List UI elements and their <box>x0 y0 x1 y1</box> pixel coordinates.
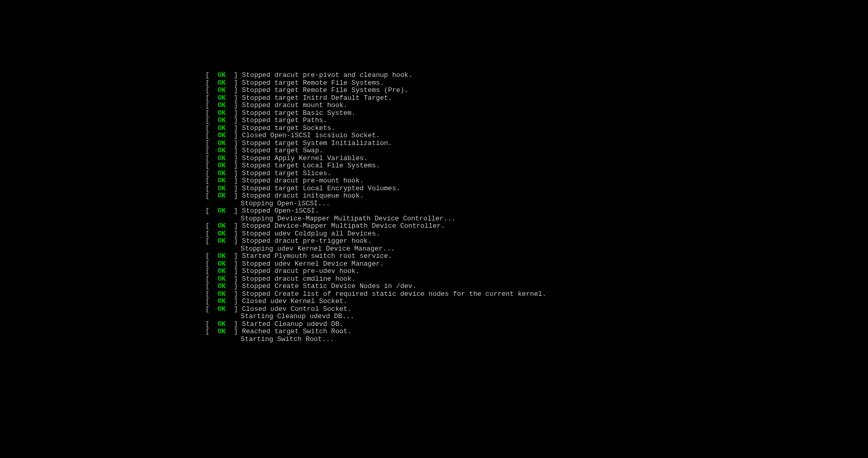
bracket-open: [ <box>205 297 217 305</box>
boot-log-line: [ OK ] Closed udev Kernel Socket. <box>205 298 546 306</box>
boot-log-line: [ OK ] Stopped Apply Kernel Variables. <box>205 155 546 163</box>
indent <box>205 215 241 223</box>
bracket-close: ] <box>226 252 242 260</box>
bracket-open: [ <box>205 169 217 177</box>
indent <box>205 200 241 208</box>
log-message: Stopped target Slices. <box>242 169 331 177</box>
bracket-close: ] <box>226 305 242 313</box>
status-ok: OK <box>217 297 226 305</box>
log-message: Started Cleanup udevd DB. <box>242 320 343 328</box>
boot-log-line: [ OK ] Stopped target Slices. <box>205 170 546 178</box>
status-ok: OK <box>217 139 226 147</box>
bracket-close: ] <box>226 162 242 169</box>
boot-log-line: [ OK ] Stopped udev Coldplug all Devices… <box>205 230 546 238</box>
status-ok: OK <box>217 79 226 87</box>
indent <box>205 313 241 321</box>
bracket-open: [ <box>205 260 217 268</box>
bracket-open: [ <box>205 230 217 238</box>
log-message: Stopped udev Coldplug all Devices. <box>242 230 380 238</box>
log-message: Stopped target Swap. <box>242 147 323 154</box>
log-message: Stopping Open-iSCSI... <box>241 200 330 207</box>
boot-log-line: [ OK ] Stopped target Sockets. <box>205 125 546 133</box>
bracket-open: [ <box>205 124 217 132</box>
bracket-close: ] <box>226 192 242 200</box>
bracket-close: ] <box>226 230 242 238</box>
bracket-open: [ <box>205 222 217 230</box>
bracket-open: [ <box>205 154 217 162</box>
status-ok: OK <box>217 101 226 109</box>
log-message: Stopped target Remote File Systems (Pre)… <box>242 86 408 94</box>
log-message: Stopped Apply Kernel Variables. <box>242 154 368 162</box>
boot-log-line: [ OK ] Reached target Switch Root. <box>205 328 546 336</box>
bracket-close: ] <box>226 207 242 215</box>
log-message: Stopped Create Static Device Nodes in /d… <box>242 282 416 290</box>
boot-log-line: [ OK ] Stopped target Local Encrypted Vo… <box>205 185 546 193</box>
log-message: Stopped target Sockets. <box>242 124 335 132</box>
bracket-open: [ <box>205 86 217 94</box>
status-ok: OK <box>217 185 226 192</box>
bracket-close: ] <box>226 297 242 305</box>
status-ok: OK <box>217 71 226 79</box>
bracket-close: ] <box>226 101 242 109</box>
boot-console: [ OK ] Stopped dracut pre-pivot and clea… <box>205 72 546 343</box>
boot-log-line: Starting Switch Root... <box>205 336 546 344</box>
boot-log-line: Starting Cleanup udevd DB... <box>205 313 546 321</box>
boot-log-line: [ OK ] Closed Open-iSCSI iscsiuio Socket… <box>205 132 546 140</box>
boot-log-line: [ OK ] Stopped target Basic System. <box>205 110 546 117</box>
boot-log-line: [ OK ] Stopped dracut initqueue hook. <box>205 192 546 200</box>
boot-log-line: Stopping Device-Mapper Multipath Device … <box>205 215 546 223</box>
boot-log-line: [ OK ] Stopped dracut cmdline hook. <box>205 276 546 283</box>
status-ok: OK <box>217 328 226 335</box>
bracket-close: ] <box>226 71 242 79</box>
boot-log-line: [ OK ] Closed udev Control Socket. <box>205 306 546 313</box>
bracket-close: ] <box>226 109 242 117</box>
boot-log-line: [ OK ] Stopped target Remote File System… <box>205 87 546 95</box>
log-message: Stopped dracut mount hook. <box>242 101 347 109</box>
log-message: Closed udev Control Socket. <box>242 305 352 313</box>
bracket-open: [ <box>205 290 217 298</box>
status-ok: OK <box>217 252 226 260</box>
log-message: Starting Cleanup udevd DB... <box>241 312 354 320</box>
boot-log-line: Stopping Open-iSCSI... <box>205 200 546 208</box>
bracket-close: ] <box>226 260 242 268</box>
boot-log-line: [ OK ] Stopped udev Kernel Device Manage… <box>205 260 546 268</box>
status-ok: OK <box>217 116 226 124</box>
boot-log-line: [ OK ] Stopped Device-Mapper Multipath D… <box>205 223 546 230</box>
bracket-close: ] <box>226 124 242 132</box>
bracket-open: [ <box>205 101 217 109</box>
boot-log-line: [ OK ] Stopped dracut pre-trigger hook. <box>205 238 546 245</box>
boot-log-line: [ OK ] Stopped Create Static Device Node… <box>205 283 546 291</box>
boot-log-line: [ OK ] Stopped Create list of required s… <box>205 291 546 298</box>
bracket-open: [ <box>205 71 217 79</box>
bracket-open: [ <box>205 282 217 290</box>
bracket-open: [ <box>205 192 217 200</box>
bracket-close: ] <box>226 94 242 102</box>
boot-log-line: [ OK ] Stopped target Swap. <box>205 147 546 155</box>
status-ok: OK <box>217 109 226 117</box>
bracket-open: [ <box>205 116 217 124</box>
bracket-close: ] <box>226 116 242 124</box>
bracket-close: ] <box>226 267 242 275</box>
bracket-open: [ <box>205 177 217 185</box>
status-ok: OK <box>217 267 226 275</box>
bracket-close: ] <box>226 139 242 147</box>
log-message: Stopped Device-Mapper Multipath Device C… <box>242 222 445 230</box>
log-message: Started Plymouth switch root service. <box>242 252 392 260</box>
bracket-close: ] <box>226 132 242 139</box>
log-message: Stopped Open-iSCSI. <box>242 207 319 215</box>
boot-log-line: Stopping udev Kernel Device Manager... <box>205 245 546 253</box>
status-ok: OK <box>217 94 226 102</box>
bracket-close: ] <box>226 222 242 230</box>
bracket-open: [ <box>205 305 217 313</box>
bracket-open: [ <box>205 267 217 275</box>
log-message: Stopped Create list of required static d… <box>242 290 546 298</box>
status-ok: OK <box>217 230 226 238</box>
status-ok: OK <box>217 260 226 268</box>
status-ok: OK <box>217 305 226 313</box>
log-message: Stopped target Remote File Systems. <box>242 79 384 87</box>
boot-log-line: [ OK ] Stopped dracut pre-pivot and clea… <box>205 72 546 80</box>
boot-log-line: [ OK ] Started Plymouth switch root serv… <box>205 253 546 260</box>
bracket-close: ] <box>226 185 242 192</box>
log-message: Stopping udev Kernel Device Manager... <box>241 245 395 253</box>
log-message: Closed udev Kernel Socket. <box>242 297 347 305</box>
